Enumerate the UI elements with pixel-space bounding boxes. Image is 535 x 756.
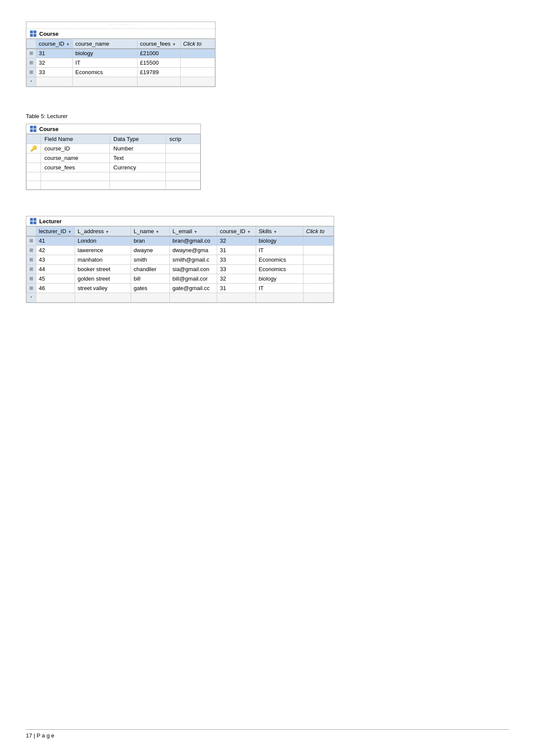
skills-cell: IT: [256, 284, 303, 293]
expand-btn[interactable]: ⊞: [27, 49, 36, 58]
l-name-header[interactable]: L_name ▼: [131, 227, 170, 236]
expand-btn[interactable]: ⊞: [27, 265, 36, 274]
data-type-header[interactable]: Data Type: [110, 134, 166, 144]
skills-cell: biology: [256, 274, 303, 284]
course-id-cell: 32: [217, 236, 256, 246]
new-record-row[interactable]: *: [27, 77, 215, 87]
expand-btn[interactable]: ⊞: [27, 255, 36, 265]
course-fees-cell: £21000: [137, 49, 180, 58]
sort-lec-name: ▼: [156, 230, 160, 234]
lecturer-id-cell: 45: [36, 274, 75, 284]
course-id-header[interactable]: course_ID ▼: [36, 39, 73, 49]
l-email-cell: smith@gmail.c: [170, 255, 217, 265]
click-to-cell: [180, 68, 215, 77]
course-name-header[interactable]: course_name: [72, 39, 137, 49]
click-to-cell: [303, 284, 334, 293]
l-name-cell: smith: [131, 255, 170, 265]
key-col-header: [27, 134, 41, 144]
design-empty-row: [27, 172, 200, 181]
l-email-header[interactable]: L_email ▼: [170, 227, 217, 236]
skills-cell: IT: [256, 246, 303, 255]
course-id-cell: 31: [36, 49, 73, 58]
table-row[interactable]: ⊞ 46 street valley gates gate@gmail.cc 3…: [27, 284, 334, 293]
table-row[interactable]: ⊞ 41 London bran bran@gmail.co 32 biolog…: [27, 236, 334, 246]
lecturer-datasheet-container: Lecturer lecturer_ID ▼ L_address ▼ L_nam…: [26, 216, 334, 303]
course-name-cell: biology: [72, 49, 137, 58]
l-email-cell: dwayne@gma: [170, 246, 217, 255]
field-name-header[interactable]: Field Name: [41, 134, 110, 144]
svg-rect-2: [30, 34, 33, 37]
data-type-cell: Number: [110, 144, 166, 153]
svg-rect-5: [34, 126, 36, 128]
l-address-header[interactable]: L_address ▼: [75, 227, 131, 236]
l-name-cell: bran: [131, 236, 170, 246]
expand-btn[interactable]: ⊞: [27, 68, 36, 77]
data-type-cell: Text: [110, 153, 166, 163]
lec-row-ctrl-header: [27, 227, 36, 236]
course-datasheet-container: · · · · · · · · · · · Course course_ID: [26, 22, 216, 87]
resize-handle[interactable]: · · · · · · · · · · ·: [26, 22, 215, 29]
l-email-cell: gate@gmail.cc: [170, 284, 217, 293]
lec-course-id-header[interactable]: course_ID ▼: [217, 227, 256, 236]
expand-btn[interactable]: ⊞: [27, 274, 36, 284]
key-cell: [27, 153, 41, 163]
l-email-cell: sia@gmail.con: [170, 265, 217, 274]
course-tab[interactable]: Course: [26, 29, 215, 39]
svg-rect-11: [34, 222, 36, 224]
table-row[interactable]: ⊞ 42 lawerence dwayne dwayne@gma 31 IT: [27, 246, 334, 255]
script-cell: [166, 153, 200, 163]
svg-rect-1: [34, 31, 36, 33]
grid-icon-lecturer: [30, 218, 37, 225]
course-id-cell: 33: [217, 255, 256, 265]
svg-rect-8: [30, 218, 33, 221]
course-design-table: Field Name Data Type scrip 🔑 course_ID N…: [26, 134, 200, 190]
field-name-cell: course_ID: [41, 144, 110, 153]
lecturer-datasheet-table: lecturer_ID ▼ L_address ▼ L_name ▼ L_ema…: [26, 226, 334, 303]
design-row[interactable]: 🔑 course_ID Number: [27, 144, 200, 153]
expand-btn[interactable]: ⊞: [27, 246, 36, 255]
course-design-tab[interactable]: Course: [26, 124, 200, 134]
sort-lec-email: ▼: [194, 230, 197, 234]
table-row[interactable]: ⊞ 31 biology £21000: [27, 49, 215, 58]
design-row[interactable]: course_fees Currency: [27, 163, 200, 172]
expand-btn[interactable]: ⊞: [27, 284, 36, 293]
skills-header[interactable]: Skills ▼: [256, 227, 303, 236]
skills-cell: Economics: [256, 265, 303, 274]
lecturer-id-header[interactable]: lecturer_ID ▼: [36, 227, 75, 236]
design-row[interactable]: course_name Text: [27, 153, 200, 163]
course-datasheet-table: course_ID ▼ course_name course_fees ▼ Cl…: [26, 39, 215, 87]
l-address-cell: lawerence: [75, 246, 131, 255]
l-email-cell: bran@gmail.co: [170, 236, 217, 246]
l-email-cell: bill@gmail.cor: [170, 274, 217, 284]
svg-rect-9: [34, 218, 36, 221]
course-design-tab-label: Course: [39, 126, 59, 132]
key-cell: 🔑: [27, 144, 41, 153]
course-id-cell: 32: [217, 274, 256, 284]
l-address-cell: golden street: [75, 274, 131, 284]
new-row-symbol: *: [27, 293, 36, 303]
table-row[interactable]: ⊞ 43 manhaton smith smith@gmail.c 33 Eco…: [27, 255, 334, 265]
table-row[interactable]: ⊞ 33 Economics £19789: [27, 68, 215, 77]
script-header[interactable]: scrip: [166, 134, 200, 144]
design-empty-row: [27, 181, 200, 190]
table-row[interactable]: ⊞ 44 booker street chandlier sia@gmail.c…: [27, 265, 334, 274]
expand-btn[interactable]: ⊞: [27, 58, 36, 68]
svg-rect-10: [30, 222, 33, 224]
table-row[interactable]: ⊞ 32 IT £15500: [27, 58, 215, 68]
expand-btn[interactable]: ⊞: [27, 236, 36, 246]
course-name-cell: Economics: [72, 68, 137, 77]
lecturer-tab[interactable]: Lecturer: [26, 216, 334, 226]
lec-click-to-header[interactable]: Click to: [303, 227, 334, 236]
l-address-cell: manhaton: [75, 255, 131, 265]
new-record-row[interactable]: *: [27, 293, 334, 303]
course-id-cell: 33: [217, 265, 256, 274]
table-row[interactable]: ⊞ 45 golden street bill bill@gmail.cor 3…: [27, 274, 334, 284]
course-fees-header[interactable]: course_fees ▼: [137, 39, 180, 49]
script-cell: [166, 144, 200, 153]
l-name-cell: dwayne: [131, 246, 170, 255]
click-to-cell: [303, 255, 334, 265]
svg-rect-6: [30, 129, 33, 132]
sort-lec-addr: ▼: [105, 230, 109, 234]
svg-rect-3: [34, 34, 36, 37]
click-to-header[interactable]: Click to: [180, 39, 215, 49]
